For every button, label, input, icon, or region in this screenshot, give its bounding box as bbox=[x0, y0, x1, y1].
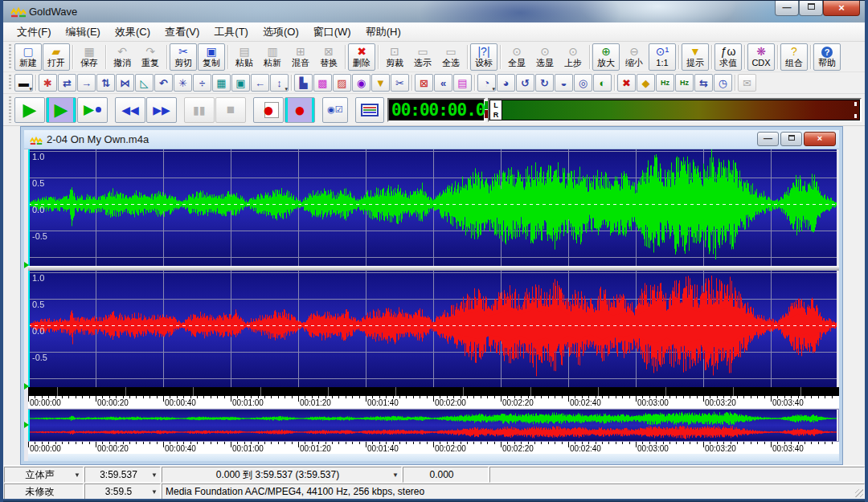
swap-channels-button[interactable]: ⇆ bbox=[694, 74, 713, 92]
right-channel-canvas[interactable] bbox=[28, 271, 837, 387]
gain-knob-button[interactable]: ◕ bbox=[497, 74, 515, 92]
status-file-length[interactable]: 3:59.537▼ bbox=[84, 467, 161, 483]
splice-button[interactable]: ✂ bbox=[391, 74, 409, 92]
time-label: 00:03:20 bbox=[705, 444, 736, 453]
status-selection-range[interactable]: 0.000 到 3:59.537 (3:59.537)▼ bbox=[162, 467, 402, 483]
stretch-button[interactable]: ↕▾ bbox=[270, 74, 289, 92]
offset-button[interactable]: ÷ bbox=[193, 74, 211, 92]
menu-file[interactable]: 文件(F) bbox=[10, 22, 59, 42]
marker-diamond-button[interactable]: ◆ bbox=[637, 74, 655, 92]
frame-resize-button[interactable]: ▣ bbox=[231, 74, 250, 92]
filter-matrix-button[interactable]: ▦ bbox=[212, 74, 231, 92]
toolbar-grip[interactable] bbox=[7, 75, 13, 91]
copy-button[interactable]: ▣复制 bbox=[198, 43, 225, 71]
close-button[interactable]: × bbox=[823, 1, 860, 16]
max-volume-button[interactable]: ◎ bbox=[574, 74, 592, 92]
goto-end-button[interactable]: → bbox=[77, 74, 96, 92]
toolbar-grip[interactable] bbox=[7, 96, 13, 123]
restore-button[interactable] bbox=[799, 1, 823, 16]
fade-in-button[interactable]: ↺ bbox=[516, 74, 534, 92]
toolbar-grip[interactable] bbox=[7, 44, 13, 69]
play-from-marker-button[interactable]: ▶ bbox=[77, 97, 108, 123]
doc-close-button[interactable]: × bbox=[804, 132, 836, 146]
doc-minimize-button[interactable]: — bbox=[757, 132, 779, 146]
zoom-in-label: 放大 bbox=[597, 58, 615, 68]
toolbar-separator bbox=[345, 45, 346, 69]
dynamics-button[interactable]: ⇅ bbox=[96, 74, 115, 92]
menu-window[interactable]: 窗口(W) bbox=[306, 22, 358, 42]
time-label: 00:00:00 bbox=[30, 398, 61, 407]
time-label: 00:02:40 bbox=[570, 398, 601, 407]
mechanize-button[interactable]: ✳ bbox=[174, 74, 192, 92]
invert-button[interactable]: ↶ bbox=[154, 74, 173, 92]
visual-properties-button[interactable] bbox=[355, 97, 384, 123]
mute-button[interactable]: ✖ bbox=[617, 74, 636, 92]
rewind-button[interactable]: ◀◀ bbox=[115, 97, 145, 123]
minimize-button[interactable]: — bbox=[775, 1, 799, 16]
resample-hz-button[interactable]: Hz bbox=[675, 74, 694, 92]
status-channel-mode[interactable]: 立体声▼ bbox=[4, 467, 84, 483]
evaluate-button[interactable]: ƒω求值 bbox=[714, 43, 742, 71]
fast-forward-button[interactable]: ▶▶ bbox=[146, 97, 177, 123]
rewind-tool-button[interactable]: « bbox=[434, 74, 452, 92]
control-wheel-button[interactable]: ✱ bbox=[39, 74, 57, 92]
record-selection-button[interactable]: ● bbox=[285, 97, 315, 123]
menu-view[interactable]: 查看(V) bbox=[158, 22, 207, 42]
zoom-in-button[interactable]: ⊕放大 bbox=[592, 43, 620, 71]
volume-knob-button[interactable]: ◔▾ bbox=[477, 74, 496, 92]
channel-mixer-button[interactable]: ▩ bbox=[313, 74, 332, 92]
overview-canvas[interactable] bbox=[28, 410, 837, 441]
zoom-1-1-button[interactable]: ⊙¹1:1 bbox=[649, 43, 676, 71]
menu-edit[interactable]: 编辑(E) bbox=[59, 22, 108, 42]
set-marker-button[interactable]: |?|设标 bbox=[470, 43, 497, 71]
play-selection-button[interactable]: ▶ bbox=[46, 97, 76, 123]
toolbar-separator bbox=[467, 45, 469, 69]
resize-grip[interactable] bbox=[855, 489, 863, 497]
open-button[interactable]: ▰打开 bbox=[43, 43, 70, 71]
pitch-hz-button[interactable]: Hz bbox=[656, 74, 674, 92]
channel-swap-button[interactable]: ▨ bbox=[333, 74, 351, 92]
level-meter[interactable]: L R bbox=[488, 98, 862, 122]
union-button[interactable]: ?组合 bbox=[780, 43, 808, 71]
control-properties-button[interactable]: ◉☑ bbox=[322, 97, 348, 123]
stairs-button[interactable]: ▙ bbox=[294, 74, 313, 92]
cut-button[interactable]: ✂剪切 bbox=[170, 43, 197, 71]
spectrum-eye-button[interactable]: ◉ bbox=[352, 74, 371, 92]
fade-out-button[interactable]: ↻ bbox=[535, 74, 554, 92]
menu-options[interactable]: 选项(O) bbox=[256, 22, 306, 42]
selection-start-marker[interactable] bbox=[28, 271, 30, 387]
menu-tools[interactable]: 工具(T) bbox=[207, 22, 256, 42]
right-channel-waveform[interactable]: 1.00.50.0-0.5 bbox=[28, 271, 839, 387]
doc-restore-button[interactable] bbox=[780, 132, 802, 146]
help-button[interactable]: ?帮助 bbox=[813, 43, 841, 71]
pan-split-button[interactable]: ◐ bbox=[593, 74, 612, 92]
expression-button[interactable]: ⇄ bbox=[58, 74, 76, 92]
record-new-button[interactable]: ● bbox=[253, 97, 284, 123]
menu-help[interactable]: 帮助(H) bbox=[358, 22, 408, 42]
delete-button[interactable]: ✖删除 bbox=[348, 43, 375, 71]
match-volume-button[interactable]: ◒ bbox=[555, 74, 573, 92]
timer-button[interactable]: ◷ bbox=[714, 74, 732, 92]
document-title-bar[interactable]: 2-04 On My Own.m4a — × bbox=[24, 130, 839, 149]
time-ruler[interactable]: 00:00:0000:00:2000:00:4000:01:0000:01:20… bbox=[28, 396, 839, 408]
selection-start-marker[interactable] bbox=[28, 149, 30, 266]
left-channel-canvas[interactable] bbox=[28, 149, 837, 266]
cdx-button[interactable]: ❋CDX bbox=[747, 43, 775, 71]
doppler-button[interactable]: ⋈ bbox=[116, 74, 134, 92]
hints-button[interactable]: ▼提示 bbox=[682, 43, 709, 71]
shape-ramp-button[interactable]: ◺ bbox=[135, 74, 154, 92]
play-button[interactable]: ▶ bbox=[14, 97, 45, 123]
noise-gate-button[interactable]: ⊠ bbox=[415, 74, 433, 92]
hints-drop-button[interactable]: ▼ bbox=[371, 74, 390, 92]
menu-effects[interactable]: 效果(C) bbox=[108, 22, 158, 42]
overview-strip[interactable] bbox=[28, 409, 839, 442]
palette-bar-button[interactable]: ▤ bbox=[453, 74, 472, 92]
left-channel-waveform[interactable]: 1.00.50.0-0.5 bbox=[28, 149, 839, 266]
nav-left-button[interactable]: ← bbox=[251, 74, 269, 92]
playback-device-button[interactable]: ▬▾ bbox=[14, 74, 33, 92]
status-zoom-length[interactable]: 3:59.5▼ bbox=[84, 484, 161, 500]
meter-left-label: L bbox=[490, 100, 502, 110]
new-button[interactable]: ▢新建 bbox=[14, 43, 42, 71]
overview-time-ruler[interactable]: 00:00:0000:00:2000:00:4000:01:0000:01:20… bbox=[28, 442, 839, 454]
selection-bar[interactable] bbox=[28, 387, 839, 396]
